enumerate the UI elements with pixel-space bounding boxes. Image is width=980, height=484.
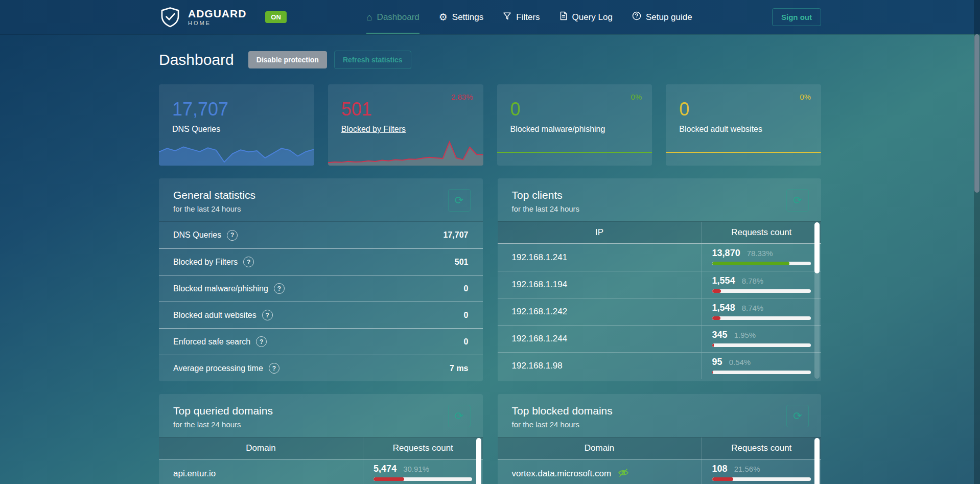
client-row: 192.168.1.194 1,5548.78%: [498, 271, 822, 298]
dns-queries-sparkline-chart: [159, 136, 314, 166]
window-scrollbar-thumb[interactable]: [974, 34, 979, 193]
domain-row: vortex.data.microsoft.com 10821.56%: [498, 459, 822, 484]
stat-value: 501: [341, 99, 483, 120]
client-row: 192.168.1.244 3451.95%: [498, 325, 822, 352]
stat-row-blocked-filters: Blocked by Filters? 501: [159, 248, 483, 275]
blocked-adult-sparkline-chart: [666, 136, 821, 166]
client-row: 192.168.1.241 13,87078.33%: [498, 244, 822, 271]
scrollbar-thumb[interactable]: [476, 438, 481, 484]
brand-name: ADGUARD: [188, 8, 246, 19]
panels-row-2: Top queried domains for the last 24 hour…: [159, 394, 821, 484]
nav-item-dashboard[interactable]: ⌂ Dashboard: [366, 0, 419, 34]
panels-row-1: General statistics for the last 24 hours…: [159, 178, 821, 381]
domain-row: api.entur.io 5,47430.91%: [159, 459, 483, 484]
disable-protection-button[interactable]: Disable protection: [248, 51, 327, 68]
brand: ADGUARD HOME ON: [159, 0, 287, 34]
nav-item-settings[interactable]: ⚙ Settings: [439, 0, 483, 34]
stat-label: Blocked malware/phishing: [510, 125, 652, 134]
client-row: 192.168.1.242 1,5488.74%: [498, 298, 822, 325]
stat-label: DNS Queries: [172, 125, 314, 134]
panel-title: General statistics: [173, 189, 469, 201]
panel-subtitle: for the last 24 hours: [173, 204, 469, 213]
help-icon[interactable]: ?: [227, 230, 238, 241]
requests-bar: [712, 316, 811, 320]
gear-icon: ⚙: [439, 12, 448, 22]
client-row: 192.168.1.98 950.54%: [498, 352, 822, 379]
general-statistics-panel: General statistics for the last 24 hours…: [159, 178, 483, 381]
requests-bar: [712, 477, 811, 481]
stat-cards-row: 17,707 DNS Queries 2.83% 501 Blocked by …: [159, 84, 821, 166]
stat-value: 0: [679, 99, 821, 120]
scrollbar-thumb[interactable]: [814, 438, 820, 484]
stat-card-blocked-by-filters: 2.83% 501 Blocked by Filters: [328, 84, 483, 166]
requests-bar: [712, 262, 811, 265]
help-icon[interactable]: ?: [269, 363, 279, 374]
requests-bar: [374, 477, 472, 481]
table-header: Domain Requests count: [159, 437, 483, 459]
panel-scrollbar[interactable]: [476, 438, 481, 484]
panel-subtitle: for the last 24 hours: [512, 204, 807, 213]
panel-subtitle: for the last 24 hours: [512, 420, 807, 429]
document-icon: [559, 11, 568, 23]
refresh-icon[interactable]: ⟳: [786, 405, 809, 427]
panel-title: Top queried domains: [173, 405, 469, 417]
panel-title: Top blocked domains: [512, 405, 807, 417]
blocked-by-filters-link[interactable]: Blocked by Filters: [341, 125, 406, 134]
scrollbar-thumb[interactable]: [814, 222, 820, 273]
protection-status-badge: ON: [265, 11, 287, 23]
table-header: IP Requests count: [498, 221, 822, 244]
top-blocked-domains-panel: Top blocked domains for the last 24 hour…: [498, 394, 822, 484]
top-queried-domains-panel: Top queried domains for the last 24 hour…: [159, 394, 483, 484]
page-title: Dashboard: [159, 51, 234, 68]
stat-label: Blocked adult websites: [679, 125, 821, 134]
adguard-shield-logo-icon: [159, 7, 181, 28]
blocked-malware-sparkline-chart: [497, 136, 652, 166]
sign-out-button[interactable]: Sign out: [772, 8, 821, 26]
panel-subtitle: for the last 24 hours: [173, 420, 469, 429]
stat-value: 0: [510, 99, 652, 120]
stat-card-blocked-adult: 0% 0 Blocked adult websites: [666, 84, 821, 166]
refresh-icon[interactable]: ⟳: [448, 405, 471, 427]
stat-card-dns-queries: 17,707 DNS Queries: [159, 84, 314, 166]
stat-percent: 0%: [800, 93, 811, 101]
stat-card-blocked-malware: 0% 0 Blocked malware/phishing: [497, 84, 652, 166]
help-icon[interactable]: ?: [262, 310, 273, 320]
top-clients-panel: Top clients for the last 24 hours ⟳ IP R…: [498, 178, 822, 381]
stat-row-processing-time: Average processing time? 7 ms: [159, 355, 483, 381]
brand-subtitle: HOME: [188, 20, 246, 26]
requests-bar: [712, 371, 811, 374]
table-header: Domain Requests count: [498, 437, 822, 459]
window-scrollbar[interactable]: [974, 0, 980, 484]
panel-scrollbar[interactable]: [814, 438, 820, 484]
panel-scrollbar[interactable]: [814, 222, 820, 379]
stat-percent: 2.83%: [451, 93, 473, 101]
dashboard-content: Dashboard Disable protection Refresh sta…: [159, 50, 821, 484]
stat-percent: 0%: [631, 93, 642, 101]
home-icon: ⌂: [366, 12, 372, 22]
page-title-row: Dashboard Disable protection Refresh sta…: [159, 50, 821, 70]
panel-title: Top clients: [512, 189, 807, 201]
nav-item-setup-guide[interactable]: Setup guide: [632, 0, 692, 34]
stat-row-blocked-malware: Blocked malware/phishing? 0: [159, 275, 483, 302]
refresh-icon[interactable]: ⟳: [786, 189, 809, 212]
help-icon[interactable]: ?: [243, 257, 254, 267]
requests-bar: [712, 289, 811, 293]
help-icon[interactable]: ?: [256, 336, 267, 347]
refresh-statistics-button[interactable]: Refresh statistics: [334, 51, 411, 69]
main-nav: ⌂ Dashboard ⚙ Settings Filters: [287, 0, 772, 34]
refresh-icon[interactable]: ⟳: [448, 189, 471, 212]
nav-item-filters[interactable]: Filters: [503, 0, 540, 34]
stat-row-dns-queries: DNS Queries? 17,707: [159, 222, 483, 248]
help-circle-icon: [632, 11, 641, 23]
stat-value: 17,707: [172, 99, 314, 120]
nav-item-query-log[interactable]: Query Log: [559, 0, 613, 34]
adguard-home-dashboard: ADGUARD HOME ON ⌂ Dashboard ⚙ Settings: [0, 0, 980, 484]
eye-off-icon[interactable]: [617, 467, 629, 481]
requests-bar: [712, 343, 811, 347]
top-nav-bar: ADGUARD HOME ON ⌂ Dashboard ⚙ Settings: [0, 0, 980, 34]
help-icon[interactable]: ?: [274, 283, 285, 294]
stat-row-safe-search: Enforced safe search? 0: [159, 328, 483, 355]
filter-funnel-icon: [503, 12, 511, 23]
blocked-filters-sparkline-chart: [328, 136, 483, 166]
stat-row-blocked-adult: Blocked adult websites? 0: [159, 302, 483, 328]
